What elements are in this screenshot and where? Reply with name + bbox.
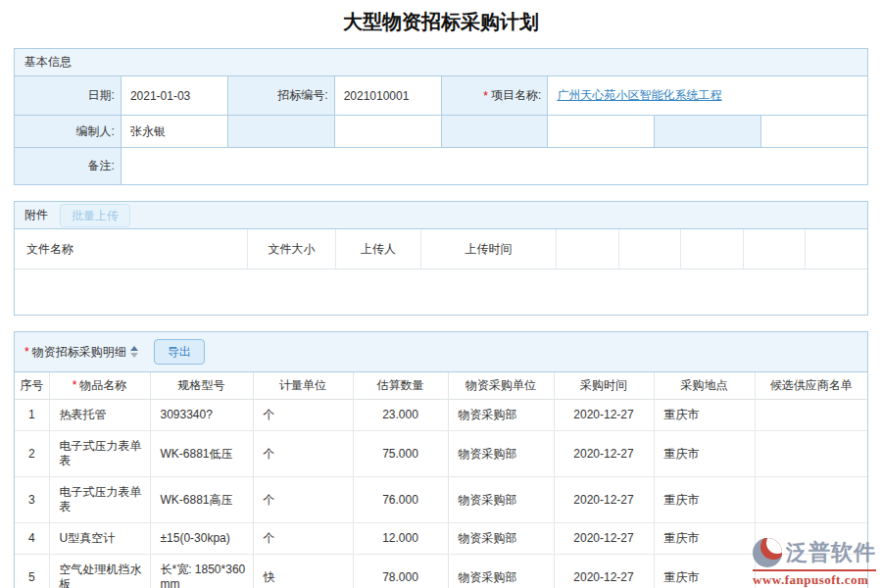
details-row: 2电子式压力表单表WK-6881低压个75.000物资采购部2020-12-27… — [15, 431, 867, 477]
remark-label: 备注: — [15, 148, 121, 184]
details-cell: 长*宽: 1850*360mm — [150, 555, 253, 588]
empty-value-cell — [548, 116, 654, 147]
details-row: 4U型真空计±15(0-30kpa)个12.000物资采购部2020-12-27… — [15, 523, 867, 555]
required-asterisk: * — [483, 89, 488, 103]
details-column-header: 规格型号 — [150, 372, 253, 400]
details-cell: 重庆市 — [654, 477, 755, 523]
details-cell: 重庆市 — [654, 555, 755, 588]
details-cell: WK-6881低压 — [150, 431, 253, 477]
details-cell: 重庆市 — [654, 431, 755, 477]
compiler-label-text: 编制人: — [76, 123, 115, 140]
details-column-header: 计量单位 — [253, 372, 353, 400]
details-cell: 重庆市 — [654, 523, 755, 555]
batch-upload-button[interactable]: 批量上传 — [60, 204, 130, 227]
project-name-label-text: 项目名称: — [491, 87, 541, 104]
details-column-header: *物品名称 — [49, 372, 150, 400]
export-button[interactable]: 导出 — [154, 339, 205, 365]
details-cell: 3093340? — [150, 400, 253, 431]
details-cell: 2020-12-27 — [554, 523, 654, 555]
basic-info-grid: 日期: 2021-01-03 招标编号: 2021010001 * 项目名称: … — [15, 76, 867, 184]
details-cell: 电子式压力表单表 — [49, 431, 150, 477]
details-section-header: * 物资招标采购明细 导出 — [15, 332, 867, 372]
attachments-empty-column — [681, 229, 744, 269]
compiler-value: 张永银 — [122, 116, 227, 147]
details-cell: 78.000 — [353, 555, 448, 588]
details-cell: 5 — [15, 555, 49, 588]
details-row: 5空气处理机挡水板长*宽: 1850*360mm快78.000物资采购部2020… — [15, 555, 867, 588]
details-body: 1热表托管3093340?个23.000物资采购部2020-12-27重庆市2电… — [15, 400, 867, 588]
project-name-value: 广州天心苑小区智能化系统工程 — [548, 76, 867, 115]
empty-label-cell — [442, 116, 548, 147]
required-asterisk: * — [73, 378, 77, 392]
empty-label-cell — [228, 116, 334, 147]
details-column-header: 序号 — [15, 372, 49, 400]
sort-arrows-icon[interactable] — [130, 346, 138, 358]
project-name-label: * 项目名称: — [442, 76, 548, 115]
project-name-link[interactable]: 广州天心苑小区智能化系统工程 — [557, 87, 721, 104]
details-cell: 物资采购部 — [448, 555, 554, 588]
details-cell: 个 — [253, 477, 353, 523]
details-cell: 2 — [15, 431, 49, 477]
page-title: 大型物资招标采购计划 — [0, 0, 882, 48]
compiler-label: 编制人: — [15, 116, 121, 147]
bid-number-label-text: 招标编号: — [277, 87, 327, 104]
attachments-section: 附件 批量上传 文件名称文件大小上传人上传时间 — [14, 201, 868, 316]
details-cell: 2020-12-27 — [554, 555, 654, 588]
details-table: 序号*物品名称规格型号计量单位估算数量物资采购单位采购时间采购地点候选供应商名单… — [15, 372, 867, 588]
required-asterisk: * — [24, 345, 29, 359]
details-cell — [755, 523, 867, 555]
details-section: * 物资招标采购明细 导出 序号*物品名称规格型号计量单位估算数量物资采购单位采… — [14, 331, 868, 588]
attachments-empty-column — [619, 229, 682, 269]
details-header-row: 序号*物品名称规格型号计量单位估算数量物资采购单位采购时间采购地点候选供应商名单 — [15, 372, 867, 400]
attachments-section-header: 附件 批量上传 — [15, 202, 867, 229]
details-cell: 物资采购部 — [448, 400, 554, 431]
details-row: 1热表托管3093340?个23.000物资采购部2020-12-27重庆市 — [15, 400, 867, 431]
details-cell — [755, 555, 867, 588]
details-cell: 76.000 — [353, 477, 448, 523]
details-cell: 个 — [253, 523, 353, 555]
details-cell — [755, 431, 867, 477]
details-cell: WK-6881高压 — [150, 477, 253, 523]
date-label-text: 日期: — [88, 87, 115, 104]
attachments-section-title: 附件 — [24, 207, 48, 223]
attachments-empty-column — [744, 229, 807, 269]
sort-up-arrow-icon — [130, 346, 138, 351]
basic-info-section: 基本信息 日期: 2021-01-03 招标编号: 2021010001 * 项… — [14, 48, 868, 185]
attachments-empty-column — [806, 229, 867, 269]
details-cell: 个 — [253, 400, 353, 431]
details-cell: 2020-12-27 — [554, 431, 654, 477]
details-section-title: 物资招标采购明细 — [32, 344, 126, 361]
details-cell: 个 — [253, 431, 353, 477]
details-cell: 2020-12-27 — [554, 400, 654, 431]
details-cell: ±15(0-30kpa) — [150, 523, 253, 555]
details-cell: 75.000 — [353, 431, 448, 477]
details-cell: 空气处理机挡水板 — [49, 555, 150, 588]
details-cell: 物资采购部 — [448, 523, 554, 555]
attachments-column-header: 上传时间 — [421, 229, 557, 269]
attachments-empty-column — [557, 229, 619, 269]
details-column-header: 采购时间 — [554, 372, 654, 400]
attachments-column-header: 上传人 — [336, 229, 421, 269]
details-column-header: 物资采购单位 — [448, 372, 554, 400]
attachments-empty-body — [15, 270, 867, 315]
empty-value-cell — [761, 116, 867, 147]
bid-number-value: 2021010001 — [335, 76, 441, 115]
details-cell: 3 — [15, 477, 49, 523]
details-cell: 23.000 — [353, 400, 448, 431]
details-cell — [755, 400, 867, 431]
details-cell: 物资采购部 — [448, 431, 554, 477]
sort-down-arrow-icon — [130, 353, 138, 358]
details-cell: 12.000 — [353, 523, 448, 555]
attachments-header-row: 文件名称文件大小上传人上传时间 — [15, 229, 867, 270]
details-cell: 2020-12-27 — [554, 477, 654, 523]
bid-number-label: 招标编号: — [228, 76, 334, 115]
date-value: 2021-01-03 — [122, 76, 227, 115]
details-cell: 快 — [253, 555, 353, 588]
remark-label-text: 备注: — [88, 158, 115, 174]
details-column-header: 采购地点 — [654, 372, 755, 400]
basic-info-section-header: 基本信息 — [15, 49, 867, 76]
details-cell: 热表托管 — [49, 400, 150, 431]
details-cell: 物资采购部 — [448, 477, 554, 523]
empty-label-cell — [655, 116, 760, 147]
details-cell: U型真空计 — [49, 523, 150, 555]
